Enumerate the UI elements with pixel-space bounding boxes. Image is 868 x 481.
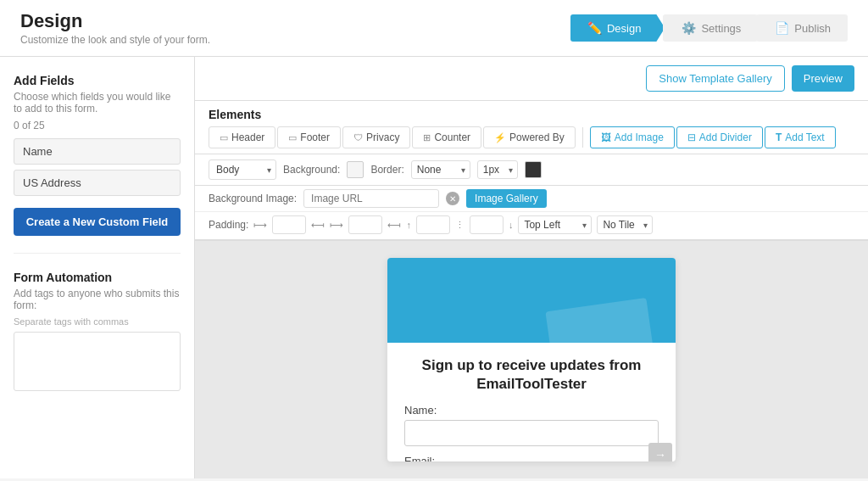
privacy-tab-icon: 🛡 bbox=[353, 132, 363, 143]
padding-label: Padding: bbox=[209, 219, 248, 231]
nav-steps: ✏️ Design ⚙️ Settings 📄 Publish bbox=[570, 14, 848, 42]
tab-powered-by[interactable]: ⚡ Powered By bbox=[483, 126, 576, 148]
padding-bottom-icon: ↓ bbox=[509, 220, 514, 230]
position-select-wrapper: Top LeftTop CenterTop RightCenter bbox=[518, 215, 592, 234]
tile-select-wrapper: No TileTileTile XTile Y bbox=[597, 215, 653, 234]
padding-left-icon: ⟼ bbox=[253, 220, 267, 231]
form-name-label: Name: bbox=[404, 404, 659, 417]
add-fields-desc: Choose which fields you would like to ad… bbox=[14, 91, 181, 115]
footer-tab-icon: ▭ bbox=[288, 132, 297, 143]
add-divider-icon: ⊟ bbox=[687, 131, 696, 143]
form-header-banner bbox=[387, 258, 676, 343]
tab-privacy-label: Privacy bbox=[366, 131, 399, 143]
field-name[interactable]: Name bbox=[14, 138, 181, 165]
bg-image-label: Background Image: bbox=[209, 193, 297, 204]
sidebar-divider bbox=[14, 253, 181, 254]
form-container: Sign up to receive updates from EmailToo… bbox=[387, 258, 676, 461]
tab-counter-label: Counter bbox=[434, 131, 470, 143]
form-email-label: Email: bbox=[404, 455, 659, 461]
body-select-wrapper: Body bbox=[209, 159, 276, 180]
header-tab-icon: ▭ bbox=[220, 132, 228, 143]
tab-footer-label: Footer bbox=[300, 131, 330, 143]
padding-bottom-input[interactable]: 15 bbox=[470, 215, 504, 234]
tab-privacy[interactable]: 🛡 Privacy bbox=[342, 126, 410, 148]
sidebar: Add Fields Choose which fields you would… bbox=[0, 57, 195, 478]
border-width-select[interactable]: 1px2px3px bbox=[477, 160, 518, 179]
content-area: Show Template Gallery Preview Elements ▭… bbox=[195, 57, 868, 478]
border-px-wrapper: 1px2px3px bbox=[477, 160, 518, 179]
add-text-button[interactable]: T Add Text bbox=[765, 126, 836, 148]
tile-select[interactable]: No TileTileTile XTile Y bbox=[597, 215, 653, 234]
automation-tags-input[interactable] bbox=[14, 332, 181, 391]
create-custom-field-button[interactable]: Create a New Custom Field bbox=[14, 208, 181, 236]
header-title-block: Design Customize the look and style of y… bbox=[20, 10, 210, 46]
padding-left-input[interactable]: 60 bbox=[272, 215, 306, 234]
border-color-swatch[interactable] bbox=[525, 161, 542, 178]
counter-tab-icon: ⊞ bbox=[423, 132, 431, 143]
body-controls-row1: Body Background: Border: NoneSolidDashed… bbox=[195, 154, 868, 186]
publish-icon: 📄 bbox=[775, 21, 789, 35]
form-next-button[interactable]: → bbox=[648, 443, 672, 461]
tab-header[interactable]: ▭ Header bbox=[209, 126, 275, 148]
top-header: Design Customize the look and style of y… bbox=[0, 0, 868, 57]
step-settings[interactable]: ⚙️ Settings bbox=[663, 14, 758, 42]
fields-counter: 0 of 25 bbox=[14, 120, 181, 131]
body-controls-row3: Padding: ⟼ 60 ⟻ ⟼ 60 ⟻ ↑ 15 ⋮ 15 ↓ Top L… bbox=[195, 212, 868, 240]
automation-desc: Add tags to anyone who submits this form… bbox=[14, 288, 181, 311]
position-select[interactable]: Top LeftTop CenterTop RightCenter bbox=[518, 215, 592, 234]
padding-top-icon: ↑ bbox=[406, 220, 411, 230]
add-image-button[interactable]: 🖼 Add Image bbox=[590, 126, 675, 148]
add-fields-title: Add Fields bbox=[14, 74, 181, 87]
design-icon: ✏️ bbox=[587, 21, 602, 35]
padding-right-input[interactable]: 60 bbox=[348, 215, 382, 234]
border-select-wrapper: NoneSolidDashed bbox=[411, 160, 470, 179]
step-design-label: Design bbox=[607, 22, 641, 35]
step-publish[interactable]: 📄 Publish bbox=[756, 14, 848, 42]
image-gallery-button[interactable]: Image Gallery bbox=[466, 189, 547, 208]
settings-icon: ⚙️ bbox=[682, 21, 696, 35]
tab-header-label: Header bbox=[231, 131, 264, 143]
step-publish-label: Publish bbox=[794, 22, 831, 35]
form-preview: Sign up to receive updates from EmailToo… bbox=[195, 241, 868, 478]
elements-title: Elements bbox=[195, 101, 868, 121]
form-fields-wrapper: Name: Email: → bbox=[404, 404, 659, 461]
body-select[interactable]: Body bbox=[209, 159, 276, 180]
elements-separator bbox=[582, 127, 583, 148]
padding-right-icon: ⟼ bbox=[330, 220, 343, 231]
body-controls-row2: Background Image: ✕ Image Gallery bbox=[195, 186, 868, 212]
add-text-icon: T bbox=[776, 131, 782, 143]
tab-footer[interactable]: ▭ Footer bbox=[277, 126, 341, 148]
background-color-swatch[interactable] bbox=[347, 161, 364, 178]
template-gallery-button[interactable]: Show Template Gallery bbox=[646, 65, 784, 92]
automation-title: Form Automation bbox=[14, 271, 181, 284]
page-subtitle: Customize the look and style of your for… bbox=[20, 34, 210, 46]
main-layout: Add Fields Choose which fields you would… bbox=[0, 57, 868, 478]
page-title: Design bbox=[20, 10, 210, 32]
background-label: Background: bbox=[283, 164, 340, 176]
bg-image-url-input[interactable] bbox=[303, 189, 439, 208]
add-divider-button[interactable]: ⊟ Add Divider bbox=[676, 126, 763, 148]
padding-separator-2: ⋮ bbox=[455, 220, 465, 231]
automation-tags-hint: Separate tags with commas bbox=[14, 316, 181, 327]
add-divider-label: Add Divider bbox=[699, 131, 752, 143]
tab-counter[interactable]: ⊞ Counter bbox=[412, 126, 481, 148]
content-toolbar: Show Template Gallery Preview bbox=[195, 57, 868, 101]
add-text-label: Add Text bbox=[785, 131, 824, 143]
preview-button[interactable]: Preview bbox=[792, 65, 854, 92]
powered-by-tab-icon: ⚡ bbox=[494, 132, 506, 143]
step-design[interactable]: ✏️ Design bbox=[570, 14, 665, 42]
elements-panel: Elements ▭ Header ▭ Footer 🛡 Privacy ⊞ C… bbox=[195, 101, 868, 241]
field-us-address[interactable]: US Address bbox=[14, 170, 181, 196]
border-style-select[interactable]: NoneSolidDashed bbox=[411, 160, 470, 179]
bg-image-clear-button[interactable]: ✕ bbox=[446, 192, 459, 205]
form-body: Sign up to receive updates from EmailToo… bbox=[387, 343, 676, 461]
step-settings-label: Settings bbox=[701, 22, 741, 35]
tab-powered-by-label: Powered By bbox=[509, 131, 565, 143]
padding-separator-1: ⟻ bbox=[311, 220, 325, 231]
border-label: Border: bbox=[370, 164, 403, 176]
add-image-label: Add Image bbox=[615, 131, 664, 143]
elements-tabs: ▭ Header ▭ Footer 🛡 Privacy ⊞ Counter ⚡ bbox=[195, 121, 868, 154]
form-name-input[interactable] bbox=[404, 420, 659, 446]
form-heading: Sign up to receive updates from EmailToo… bbox=[404, 356, 659, 394]
padding-top-input[interactable]: 15 bbox=[416, 215, 450, 234]
